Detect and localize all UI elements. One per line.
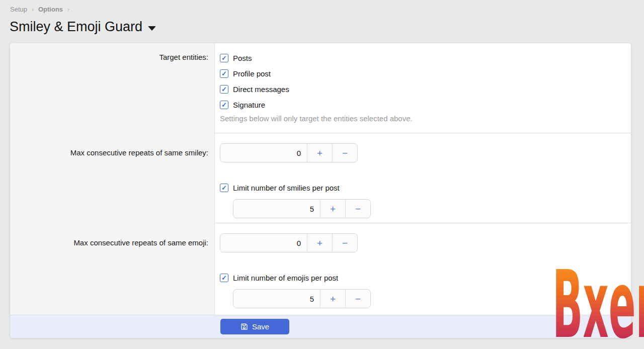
decrement-button[interactable]: − (345, 290, 370, 308)
smiley-max-repeats-input[interactable] (220, 144, 307, 162)
option-row-emoji: Max consecutive repeats of same emoji: +… (10, 223, 631, 315)
checkbox-checked-icon: ✓ (220, 54, 228, 62)
option-row-smiley: Max consecutive repeats of same smiley: … (10, 133, 631, 223)
checkbox-posts[interactable]: ✓ Posts (220, 52, 631, 64)
increment-button[interactable]: + (320, 200, 345, 218)
checkmark-icon: ✓ (221, 55, 227, 61)
checkmark-icon: ✓ (221, 275, 227, 281)
floppy-save-icon (240, 323, 248, 330)
checkbox-label: Limit number of smilies per post (233, 184, 340, 192)
checkmark-icon: ✓ (221, 185, 227, 191)
decrement-button[interactable]: − (332, 144, 357, 162)
emoji-max-repeats-stepper: + − (220, 233, 358, 252)
smilies-per-post-input[interactable] (233, 200, 320, 218)
page-title-text: Smiley & Emoji Guard (10, 19, 142, 35)
save-button-label: Save (252, 322, 269, 331)
smilies-per-post-stepper: + − (233, 199, 371, 218)
checkbox-label: Limit number of emojis per post (233, 274, 338, 282)
emoji-max-repeats-input[interactable] (220, 234, 307, 252)
checkbox-signature[interactable]: ✓ Signature (220, 99, 631, 111)
increment-button[interactable]: + (307, 234, 332, 252)
target-entities-label: Target entities: (10, 43, 215, 133)
checkbox-label: Direct messages (233, 85, 289, 94)
checkmark-icon: ✓ (221, 102, 227, 108)
save-button[interactable]: Save (220, 319, 289, 334)
chevron-right-icon: › (67, 6, 69, 13)
checkbox-label: Posts (233, 54, 252, 62)
option-row-target-entities: Target entities: ✓ Posts ✓ Profile post … (10, 43, 631, 133)
emoji-max-repeats-label: Max consecutive repeats of same emoji: (10, 223, 215, 315)
form-footer-bar: Save (10, 315, 631, 338)
increment-button[interactable]: + (307, 144, 332, 162)
checkbox-checked-icon: ✓ (220, 184, 228, 192)
checkbox-checked-icon: ✓ (220, 69, 228, 78)
decrement-button[interactable]: − (332, 234, 357, 252)
checkmark-icon: ✓ (221, 86, 227, 93)
checkbox-limit-emojis-per-post[interactable]: ✓ Limit number of emojis per post (220, 272, 631, 284)
options-card: Target entities: ✓ Posts ✓ Profile post … (10, 43, 631, 338)
breadcrumb: Setup › Options › (10, 6, 69, 13)
decrement-button[interactable]: − (345, 200, 370, 218)
options-rows: Target entities: ✓ Posts ✓ Profile post … (10, 43, 631, 315)
checkbox-label: Signature (233, 101, 265, 109)
checkbox-limit-smilies-per-post[interactable]: ✓ Limit number of smilies per post (220, 182, 631, 194)
page-title: Smiley & Emoji Guard (10, 19, 156, 35)
checkmark-icon: ✓ (221, 70, 227, 77)
checkbox-checked-icon: ✓ (220, 274, 228, 282)
checkbox-checked-icon: ✓ (220, 85, 228, 94)
checkbox-direct-messages[interactable]: ✓ Direct messages (220, 83, 631, 96)
smiley-content: + − ✓ Limit number of smilies per post +… (215, 133, 631, 223)
emojis-per-post-stepper: + − (233, 289, 371, 308)
breadcrumb-link-setup[interactable]: Setup (10, 6, 27, 13)
checkbox-profile-post[interactable]: ✓ Profile post (220, 67, 631, 80)
chevron-right-icon: › (32, 6, 34, 13)
checkbox-label: Profile post (233, 69, 271, 78)
smiley-max-repeats-label: Max consecutive repeats of same smiley: (10, 133, 215, 223)
smiley-max-repeats-stepper: + − (220, 143, 358, 162)
increment-button[interactable]: + (320, 290, 345, 308)
emoji-content: + − ✓ Limit number of emojis per post + … (215, 223, 631, 315)
title-dropdown-arrow-icon[interactable] (148, 26, 156, 31)
emojis-per-post-input[interactable] (233, 290, 320, 308)
breadcrumb-link-options[interactable]: Options (38, 6, 63, 13)
target-entities-content: ✓ Posts ✓ Profile post ✓ Direct messages… (215, 43, 631, 133)
checkbox-checked-icon: ✓ (220, 101, 228, 109)
target-entities-hint: Settings below will only target the enti… (220, 114, 631, 123)
